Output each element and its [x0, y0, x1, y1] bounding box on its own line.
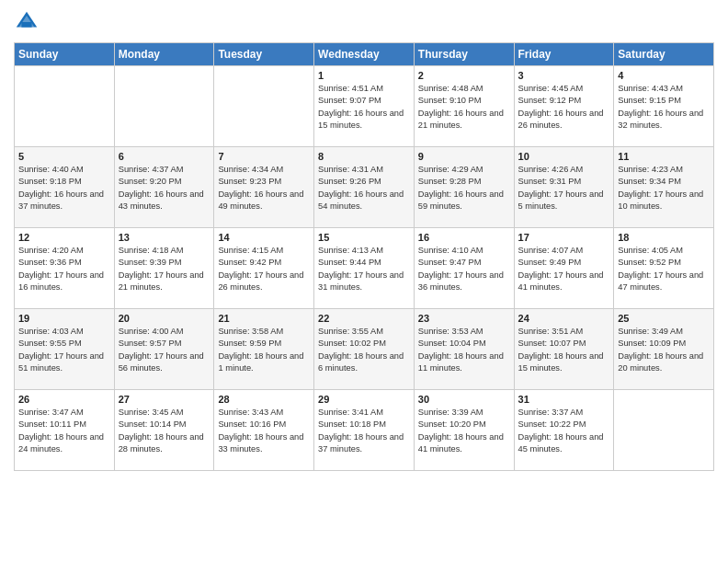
day-info: Sunrise: 3:51 AMSunset: 10:07 PMDaylight… [518, 326, 610, 375]
day-info: Sunrise: 4:23 AMSunset: 9:34 PMDaylight:… [618, 164, 710, 213]
day-number: 11 [618, 151, 710, 162]
day-info: Sunrise: 4:37 AMSunset: 9:20 PMDaylight:… [119, 164, 210, 213]
week-row-2: 5Sunrise: 4:40 AMSunset: 9:18 PMDaylight… [15, 147, 714, 228]
day-cell: 27Sunrise: 3:45 AMSunset: 10:14 PMDaylig… [114, 390, 214, 471]
day-cell: 24Sunrise: 3:51 AMSunset: 10:07 PMDaylig… [514, 309, 614, 390]
svg-rect-2 [21, 22, 31, 28]
day-info: Sunrise: 4:51 AMSunset: 9:07 PMDaylight:… [318, 83, 410, 132]
day-cell: 25Sunrise: 3:49 AMSunset: 10:09 PMDaylig… [614, 309, 714, 390]
day-info: Sunrise: 4:15 AMSunset: 9:42 PMDaylight:… [218, 245, 310, 294]
weekday-header-sunday: Sunday [15, 43, 115, 66]
day-cell: 11Sunrise: 4:23 AMSunset: 9:34 PMDayligh… [614, 147, 714, 228]
day-number: 15 [318, 232, 410, 243]
day-info: Sunrise: 4:03 AMSunset: 9:55 PMDaylight:… [18, 326, 110, 375]
day-cell: 20Sunrise: 4:00 AMSunset: 9:57 PMDayligh… [114, 309, 214, 390]
day-info: Sunrise: 4:43 AMSunset: 9:15 PMDaylight:… [618, 83, 710, 132]
weekday-header-wednesday: Wednesday [314, 43, 415, 66]
day-cell [114, 66, 214, 147]
day-number: 17 [518, 232, 610, 243]
day-cell: 18Sunrise: 4:05 AMSunset: 9:52 PMDayligh… [614, 228, 714, 309]
day-cell [214, 66, 314, 147]
logo [14, 9, 43, 35]
day-info: Sunrise: 4:13 AMSunset: 9:44 PMDaylight:… [318, 245, 410, 294]
day-number: 21 [218, 313, 310, 324]
day-number: 4 [618, 70, 710, 81]
day-number: 2 [418, 70, 510, 81]
calendar-table: SundayMondayTuesdayWednesdayThursdayFrid… [14, 42, 714, 471]
weekday-header-row: SundayMondayTuesdayWednesdayThursdayFrid… [15, 43, 714, 66]
day-cell [614, 390, 714, 471]
day-cell: 2Sunrise: 4:48 AMSunset: 9:10 PMDaylight… [414, 66, 514, 147]
day-info: Sunrise: 3:37 AMSunset: 10:22 PMDaylight… [518, 407, 610, 456]
day-cell: 26Sunrise: 3:47 AMSunset: 10:11 PMDaylig… [15, 390, 115, 471]
day-cell: 9Sunrise: 4:29 AMSunset: 9:28 PMDaylight… [414, 147, 514, 228]
day-cell: 3Sunrise: 4:45 AMSunset: 9:12 PMDaylight… [514, 66, 614, 147]
day-number: 27 [119, 394, 210, 405]
day-info: Sunrise: 4:40 AMSunset: 9:18 PMDaylight:… [18, 164, 110, 213]
day-info: Sunrise: 4:05 AMSunset: 9:52 PMDaylight:… [618, 245, 710, 294]
day-cell: 14Sunrise: 4:15 AMSunset: 9:42 PMDayligh… [214, 228, 314, 309]
day-cell: 4Sunrise: 4:43 AMSunset: 9:15 PMDaylight… [614, 66, 714, 147]
day-number: 7 [218, 151, 310, 162]
day-info: Sunrise: 3:45 AMSunset: 10:14 PMDaylight… [119, 407, 210, 456]
day-number: 22 [318, 313, 410, 324]
day-cell: 21Sunrise: 3:58 AMSunset: 9:59 PMDayligh… [214, 309, 314, 390]
day-cell: 16Sunrise: 4:10 AMSunset: 9:47 PMDayligh… [414, 228, 514, 309]
day-cell: 12Sunrise: 4:20 AMSunset: 9:36 PMDayligh… [15, 228, 115, 309]
day-number: 19 [18, 313, 110, 324]
day-number: 6 [119, 151, 210, 162]
logo-icon [14, 9, 40, 35]
day-info: Sunrise: 3:43 AMSunset: 10:16 PMDaylight… [218, 407, 310, 456]
day-info: Sunrise: 3:58 AMSunset: 9:59 PMDaylight:… [218, 326, 310, 375]
day-info: Sunrise: 4:34 AMSunset: 9:23 PMDaylight:… [218, 164, 310, 213]
day-number: 20 [119, 313, 210, 324]
day-number: 16 [418, 232, 510, 243]
day-number: 18 [618, 232, 710, 243]
week-row-1: 1Sunrise: 4:51 AMSunset: 9:07 PMDaylight… [15, 66, 714, 147]
day-info: Sunrise: 4:26 AMSunset: 9:31 PMDaylight:… [518, 164, 610, 213]
day-cell: 5Sunrise: 4:40 AMSunset: 9:18 PMDaylight… [15, 147, 115, 228]
day-info: Sunrise: 4:45 AMSunset: 9:12 PMDaylight:… [518, 83, 610, 132]
week-row-4: 19Sunrise: 4:03 AMSunset: 9:55 PMDayligh… [15, 309, 714, 390]
day-number: 12 [18, 232, 110, 243]
day-info: Sunrise: 4:31 AMSunset: 9:26 PMDaylight:… [318, 164, 410, 213]
day-info: Sunrise: 4:07 AMSunset: 9:49 PMDaylight:… [518, 245, 610, 294]
day-info: Sunrise: 3:47 AMSunset: 10:11 PMDaylight… [18, 407, 110, 456]
day-number: 5 [18, 151, 110, 162]
day-cell: 1Sunrise: 4:51 AMSunset: 9:07 PMDaylight… [314, 66, 415, 147]
day-info: Sunrise: 4:10 AMSunset: 9:47 PMDaylight:… [418, 245, 510, 294]
day-number: 26 [18, 394, 110, 405]
week-row-3: 12Sunrise: 4:20 AMSunset: 9:36 PMDayligh… [15, 228, 714, 309]
day-cell: 7Sunrise: 4:34 AMSunset: 9:23 PMDaylight… [214, 147, 314, 228]
day-cell: 13Sunrise: 4:18 AMSunset: 9:39 PMDayligh… [114, 228, 214, 309]
day-number: 1 [318, 70, 410, 81]
day-cell: 8Sunrise: 4:31 AMSunset: 9:26 PMDaylight… [314, 147, 415, 228]
day-number: 8 [318, 151, 410, 162]
day-cell: 6Sunrise: 4:37 AMSunset: 9:20 PMDaylight… [114, 147, 214, 228]
week-row-5: 26Sunrise: 3:47 AMSunset: 10:11 PMDaylig… [15, 390, 714, 471]
day-number: 25 [618, 313, 710, 324]
day-number: 31 [518, 394, 610, 405]
day-number: 24 [518, 313, 610, 324]
day-info: Sunrise: 3:53 AMSunset: 10:04 PMDaylight… [418, 326, 510, 375]
weekday-header-saturday: Saturday [614, 43, 714, 66]
day-cell: 23Sunrise: 3:53 AMSunset: 10:04 PMDaylig… [414, 309, 514, 390]
day-number: 30 [418, 394, 510, 405]
day-number: 28 [218, 394, 310, 405]
weekday-header-tuesday: Tuesday [214, 43, 314, 66]
day-info: Sunrise: 3:39 AMSunset: 10:20 PMDaylight… [418, 407, 510, 456]
day-cell: 22Sunrise: 3:55 AMSunset: 10:02 PMDaylig… [314, 309, 415, 390]
day-number: 13 [119, 232, 210, 243]
day-number: 29 [318, 394, 410, 405]
weekday-header-monday: Monday [114, 43, 214, 66]
weekday-header-thursday: Thursday [414, 43, 514, 66]
day-number: 3 [518, 70, 610, 81]
day-number: 10 [518, 151, 610, 162]
day-cell: 10Sunrise: 4:26 AMSunset: 9:31 PMDayligh… [514, 147, 614, 228]
day-info: Sunrise: 3:55 AMSunset: 10:02 PMDaylight… [318, 326, 410, 375]
day-cell: 29Sunrise: 3:41 AMSunset: 10:18 PMDaylig… [314, 390, 415, 471]
header [14, 9, 714, 35]
page: SundayMondayTuesdayWednesdayThursdayFrid… [0, 0, 728, 563]
day-number: 9 [418, 151, 510, 162]
day-info: Sunrise: 3:49 AMSunset: 10:09 PMDaylight… [618, 326, 710, 375]
